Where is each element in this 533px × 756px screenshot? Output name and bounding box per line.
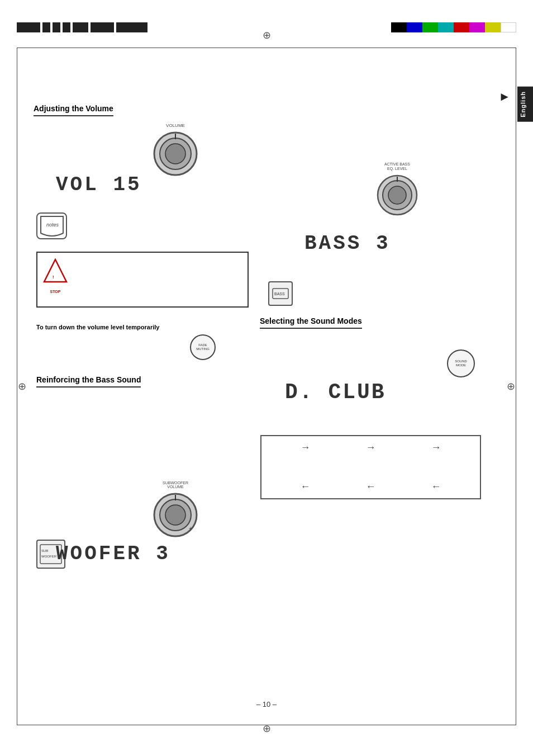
mode-bottom-arrows: ← ← ← xyxy=(273,481,469,493)
fade-muting-button-area: FADEMUTING xyxy=(190,334,218,362)
english-language-tab: English xyxy=(517,87,533,122)
svg-text:BASS: BASS xyxy=(274,292,285,296)
reg-mark-right: ⊕ xyxy=(507,380,515,393)
bass-button: BASS xyxy=(268,281,293,306)
volume-knob-svg xyxy=(151,129,200,178)
left-border-line xyxy=(17,48,17,725)
sound-modes-section: Selecting the Sound Modes xyxy=(260,316,494,329)
color-bars xyxy=(391,22,516,32)
active-bass-knob-label: ACTIVE BASSEQ. LEVEL xyxy=(374,162,420,171)
arrow-left-1: ← xyxy=(301,481,311,493)
black-bar xyxy=(53,22,60,32)
sound-mode-button-label: SOUNDMODE xyxy=(455,360,467,367)
svg-text:+: + xyxy=(189,526,192,532)
bass-heading: Reinforcing the Bass Sound xyxy=(36,375,141,388)
warning-box: ! STOP xyxy=(36,252,249,308)
svg-point-10 xyxy=(388,186,406,204)
subwoofer-knob-area: SUBWOOFERVOLUME + xyxy=(151,481,200,542)
bass-display: BASS 3 xyxy=(304,232,391,255)
top-border-line xyxy=(17,48,516,48)
svg-text:notes: notes xyxy=(46,222,59,228)
bass-icon-svg: BASS xyxy=(272,288,289,299)
stop-triangle-svg: ! xyxy=(43,258,68,287)
svg-marker-6 xyxy=(44,259,66,282)
svg-text:!: ! xyxy=(53,275,54,280)
color-bar-white xyxy=(501,22,516,32)
mute-text: To turn down the volume level temporaril… xyxy=(36,324,159,330)
dclub-display: D. CLUB xyxy=(285,380,386,404)
page-arrow-indicator: ► xyxy=(498,89,511,104)
color-bar-green xyxy=(422,22,438,32)
bass-section: Reinforcing the Bass Sound xyxy=(36,375,271,388)
subwoofer-knob-svg: + xyxy=(151,490,200,540)
woofer-display: WOOFER 3 xyxy=(56,542,170,565)
sound-mode-button: SOUNDMODE xyxy=(447,349,475,377)
svg-point-2 xyxy=(165,144,185,164)
black-bar xyxy=(17,22,40,32)
color-bar-yellow xyxy=(485,22,501,32)
color-bar-black xyxy=(391,22,407,32)
color-bar-blue xyxy=(407,22,422,32)
subwoofer-knob-label: SUBWOOFERVOLUME xyxy=(151,481,200,489)
color-bar-red xyxy=(454,22,469,32)
volume-knob-area: VOLUME xyxy=(151,123,200,181)
page-number: – 10 – xyxy=(256,700,277,708)
fade-muting-label: FADEMUTING xyxy=(196,343,210,351)
reg-mark-top: ⊕ xyxy=(263,29,271,41)
arrow-right-2: → xyxy=(366,442,376,453)
svg-point-16 xyxy=(165,505,185,525)
adjusting-volume-heading: Adjusting the Volume xyxy=(34,104,113,116)
svg-text:SUB: SUB xyxy=(41,549,48,552)
adjusting-volume-section: Adjusting the Volume xyxy=(34,103,268,116)
black-bars xyxy=(17,22,147,32)
sound-modes-heading: Selecting the Sound Modes xyxy=(260,316,362,329)
volume-knob-label: VOLUME xyxy=(151,123,200,128)
bass-button-area: BASS xyxy=(268,281,293,306)
arrow-left-2: ← xyxy=(366,481,376,493)
color-bar-magenta xyxy=(469,22,485,32)
right-border-line xyxy=(516,48,516,725)
mode-top-arrows: → → → xyxy=(273,442,469,453)
black-bar xyxy=(73,22,88,32)
fade-muting-button: FADEMUTING xyxy=(190,334,216,360)
stop-icon: ! STOP xyxy=(43,258,68,294)
black-bar xyxy=(63,22,70,32)
active-bass-knob-svg xyxy=(374,172,420,218)
sound-mode-button-area: SOUNDMODE xyxy=(447,349,475,377)
arrow-right-3: → xyxy=(431,442,441,453)
arrow-left-3: ← xyxy=(431,481,441,493)
arrow-right-1: → xyxy=(301,442,311,453)
mute-section: To turn down the volume level temporaril… xyxy=(36,322,159,332)
active-bass-knob-area: ACTIVE BASSEQ. LEVEL xyxy=(374,162,420,220)
black-bar xyxy=(91,22,114,32)
stop-label: STOP xyxy=(43,290,68,294)
black-bar xyxy=(42,22,50,32)
notes-svg: notes xyxy=(38,214,66,238)
color-bar-cyan xyxy=(438,22,454,32)
svg-text:WOOFER: WOOFER xyxy=(41,555,57,558)
volume-display: VOL 15 xyxy=(56,173,142,196)
black-bar xyxy=(116,22,147,32)
notes-icon: notes xyxy=(36,212,67,239)
reg-mark-bottom: ⊕ xyxy=(263,722,271,735)
sound-mode-cycle-box: → → → ← ← ← xyxy=(260,435,481,499)
reg-mark-left: ⊕ xyxy=(18,380,26,393)
